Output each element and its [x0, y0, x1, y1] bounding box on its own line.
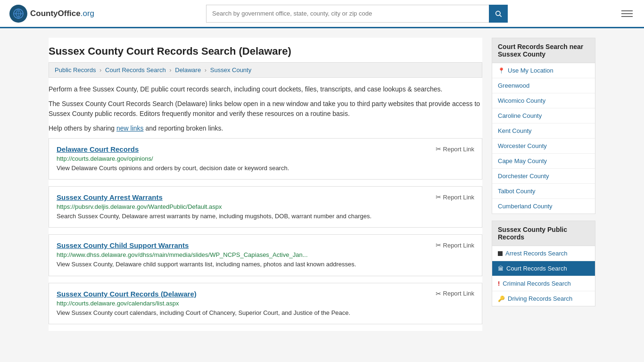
report-link-icon: ✂ [436, 241, 441, 249]
public-records-section-header: Sussex County Public Records [492, 221, 595, 246]
report-link-label: Report Link [443, 194, 474, 201]
hamburger-line [621, 13, 633, 14]
intro-paragraph-3: Help others by sharing new links and rep… [49, 123, 482, 133]
report-link-label: Report Link [443, 290, 474, 297]
record-card: Sussex County Child Support Warrants ✂ R… [49, 234, 482, 276]
sidebar-nearby-link[interactable]: Caroline County [498, 112, 542, 119]
report-link-icon: ✂ [436, 193, 441, 201]
sidebar-public-records-item[interactable]: 🏛Court Records Search [492, 261, 595, 276]
record-header: Delaware Court Records ✂ Report Link [57, 145, 474, 153]
record-cards-container: Delaware Court Records ✂ Report Link htt… [49, 138, 482, 324]
report-link-icon: ✂ [436, 145, 441, 153]
sidebar-nearby-item[interactable]: Caroline County [492, 108, 595, 123]
breadcrumb-sussex-county[interactable]: Sussex County [210, 66, 251, 74]
nearby-section: Court Records Search near Sussex County … [492, 38, 595, 214]
sidebar-pr-link[interactable]: Driving Records Search [508, 295, 572, 302]
public-records-items-container: Arrest Records Search🏛Court Records Sear… [492, 246, 595, 306]
sidebar-nearby-item[interactable]: Cumberland County [492, 199, 595, 214]
record-header: Sussex County Arrest Warrants ✂ Report L… [57, 193, 474, 201]
breadcrumb-sep: › [99, 66, 101, 74]
record-card: Delaware Court Records ✂ Report Link htt… [49, 138, 482, 180]
report-link[interactable]: ✂ Report Link [436, 145, 474, 153]
report-link[interactable]: ✂ Report Link [436, 241, 474, 249]
page-title: Sussex County Court Records Search (Dela… [49, 38, 482, 62]
hamburger-line [621, 10, 633, 11]
square-icon [498, 251, 503, 256]
intro3-pre-text: Help others by sharing [49, 124, 116, 132]
record-url[interactable]: https://pubsrv.deljis.delaware.gov/Wante… [57, 203, 474, 210]
record-title[interactable]: Delaware Court Records [57, 145, 139, 153]
record-description: View Sussex County, Delaware child suppo… [57, 260, 474, 269]
breadcrumb-sep: › [205, 66, 206, 74]
svg-line-6 [500, 15, 502, 17]
record-title[interactable]: Sussex County Arrest Warrants [57, 193, 163, 201]
record-description: View Sussex County court calendars, incl… [57, 309, 474, 317]
intro-paragraph-1: Perform a free Sussex County, DE public … [49, 84, 482, 94]
public-records-section: Sussex County Public Records Arrest Reco… [492, 221, 595, 306]
sidebar-nearby-item[interactable]: Worcester County [492, 139, 595, 154]
sidebar-public-records-item[interactable]: Arrest Records Search [492, 246, 595, 261]
sidebar-pr-link[interactable]: Arrest Records Search [505, 250, 568, 257]
record-title[interactable]: Sussex County Child Support Warrants [57, 241, 189, 249]
sidebar-public-records-item[interactable]: 🔑Driving Records Search [492, 291, 595, 306]
content-area: Sussex County Court Records Search (Dela… [49, 38, 482, 331]
record-title[interactable]: Sussex County Court Records (Delaware) [57, 290, 197, 298]
car-icon: 🔑 [498, 296, 505, 302]
sidebar-nearby-item[interactable]: Dorchester County [492, 169, 595, 184]
record-header: Sussex County Child Support Warrants ✂ R… [57, 241, 474, 249]
search-input[interactable] [206, 5, 489, 23]
sidebar-nearby-item[interactable]: 📍Use My Location [492, 63, 595, 78]
record-description: Search Sussex County, Delaware arrest wa… [57, 212, 474, 221]
sidebar-nearby-link[interactable]: Worcester County [498, 142, 547, 149]
sidebar-nearby-link[interactable]: Dorchester County [498, 173, 549, 180]
search-icon [495, 10, 502, 17]
sidebar-nearby-item[interactable]: Talbot County [492, 184, 595, 199]
sidebar-nearby-item[interactable]: Kent County [492, 123, 595, 139]
record-card: Sussex County Arrest Warrants ✂ Report L… [49, 186, 482, 228]
sidebar-nearby-item[interactable]: Greenwood [492, 78, 595, 93]
report-link-label: Report Link [443, 242, 474, 249]
hamburger-button[interactable] [619, 8, 635, 19]
record-card: Sussex County Court Records (Delaware) ✂… [49, 283, 482, 324]
nearby-section-header: Court Records Search near Sussex County [492, 38, 595, 63]
sidebar-nearby-item[interactable]: Wicomico County [492, 93, 595, 108]
search-area [206, 5, 508, 23]
record-url[interactable]: http://www.dhss.delaware.gov/dhss/main/m… [57, 251, 474, 258]
logo-area: CountyOffice.org [9, 5, 94, 23]
nearby-items-container: 📍Use My LocationGreenwoodWicomico County… [492, 63, 595, 214]
report-link[interactable]: ✂ Report Link [436, 290, 474, 297]
sidebar-nearby-link[interactable]: Cumberland County [498, 203, 553, 210]
report-link[interactable]: ✂ Report Link [436, 193, 474, 201]
new-links-link[interactable]: new links [116, 124, 144, 132]
sidebar: Court Records Search near Sussex County … [492, 38, 595, 331]
sidebar-nearby-item[interactable]: Cape May County [492, 154, 595, 169]
sidebar-nearby-link[interactable]: Use My Location [508, 67, 553, 74]
record-header: Sussex County Court Records (Delaware) ✂… [57, 290, 474, 298]
record-url[interactable]: http://courts.delaware.gov/opinions/ [57, 155, 474, 162]
breadcrumb-public-records[interactable]: Public Records [55, 66, 96, 74]
sidebar-nearby-link[interactable]: Greenwood [498, 82, 529, 89]
record-url[interactable]: http://courts.delaware.gov/calendars/lis… [57, 300, 474, 307]
breadcrumb: Public Records › Court Records Search › … [49, 62, 482, 78]
sidebar-nearby-link[interactable]: Kent County [498, 127, 532, 134]
sidebar-nearby-link[interactable]: Talbot County [498, 188, 536, 195]
exclaim-icon: ! [498, 280, 500, 287]
building-icon: 🏛 [498, 265, 504, 272]
report-link-label: Report Link [443, 146, 474, 153]
intro-paragraph-2: The Sussex County Court Records Search (… [49, 99, 482, 119]
report-link-icon: ✂ [436, 290, 441, 297]
breadcrumb-court-records-search[interactable]: Court Records Search [105, 66, 166, 74]
svg-point-5 [496, 11, 500, 15]
search-button[interactable] [489, 5, 508, 23]
breadcrumb-sep: › [169, 66, 171, 74]
logo-text: CountyOffice.org [30, 9, 94, 18]
logo-icon [9, 5, 27, 23]
sidebar-nearby-link[interactable]: Wicomico County [498, 97, 545, 104]
breadcrumb-delaware[interactable]: Delaware [175, 66, 201, 74]
sidebar-pr-link[interactable]: Criminal Records Search [503, 280, 571, 287]
sidebar-pr-label: Court Records Search [506, 265, 567, 272]
sidebar-public-records-item[interactable]: !Criminal Records Search [492, 276, 595, 291]
sidebar-nearby-link[interactable]: Cape May County [498, 157, 547, 165]
intro3-post-text: and reporting broken links. [144, 124, 223, 132]
main-container: Sussex County Court Records Search (Dela… [39, 28, 605, 340]
